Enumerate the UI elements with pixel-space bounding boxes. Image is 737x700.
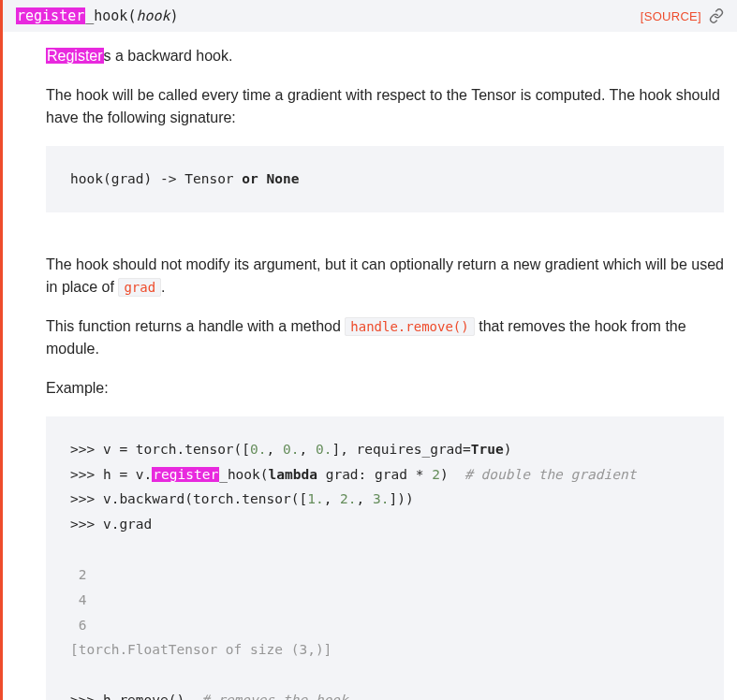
inline-code: handle.remove() xyxy=(345,317,474,336)
highlight: register xyxy=(152,467,219,482)
method-signature: register_hook(hook) xyxy=(16,7,179,24)
paragraph: This function returns a handle with a me… xyxy=(46,315,724,360)
source-link[interactable]: [SOURCE] xyxy=(641,9,701,23)
paragraph: The hook will be called every time a gra… xyxy=(46,84,724,129)
highlight: Register xyxy=(46,48,104,64)
permalink-icon[interactable] xyxy=(709,8,724,23)
signature-code-block: hook(grad) -> Tensor or None xyxy=(46,146,724,212)
summary-paragraph: Registers a backward hook. xyxy=(46,45,724,67)
inline-code: grad xyxy=(118,278,161,297)
highlight: register xyxy=(16,7,85,24)
example-code-block: >>> v = torch.tensor([0., 0., 0.], requi… xyxy=(46,416,724,700)
header-actions: [SOURCE] xyxy=(641,8,724,23)
method-description: Registers a backward hook. The hook will… xyxy=(3,32,737,700)
method-definition: register_hook(hook) [SOURCE] Registers a… xyxy=(0,0,737,700)
method-signature-header: register_hook(hook) [SOURCE] xyxy=(3,0,737,32)
example-label: Example: xyxy=(46,377,724,400)
paragraph: The hook should not modify its argument,… xyxy=(46,254,724,299)
